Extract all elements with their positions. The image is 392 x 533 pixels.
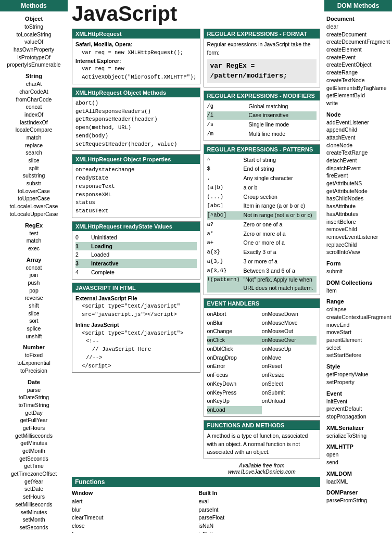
functions-header: Functions: [72, 477, 320, 487]
method-open: open(method, URL): [75, 124, 197, 132]
xhr-props-body: onreadystatechange readyState responseTe…: [72, 164, 200, 218]
string-section: String charAtcharCodeAtfromCharCodeconca…: [0, 73, 68, 218]
regex-patterns-card: REGULAR EXPRESSIONS - PATTERNS ^Start of…: [204, 144, 320, 295]
builtin-title: Built In: [199, 489, 321, 498]
functions-methods-header: FUNCTIONS AND METHODS: [204, 421, 320, 430]
ie-label: Internet Explorer:: [75, 58, 121, 64]
event-handlers-card: EVENT HANDLERS onAbortonMouseDown onBlur…: [204, 298, 320, 417]
footer-line1: Available free from: [204, 462, 320, 468]
xhr-props-card: XMLHttpRequest Object Properties onready…: [72, 154, 200, 218]
pat-a3c: a{3,}: [207, 258, 244, 266]
regex-title: RegEx: [0, 222, 68, 229]
prop-statustext: statusText: [75, 207, 197, 215]
array-section: Array concatjoinpushpopreverseshiftslice…: [0, 257, 68, 340]
form-title: Form: [324, 260, 392, 266]
ev-onKeyDown: onKeyDown: [207, 380, 262, 388]
rs-label-0: Uninitiated: [91, 233, 197, 242]
functions-body: Window alertblurclearTimeoutclosefocusop…: [72, 489, 320, 533]
rs-label-4: Complete: [91, 268, 197, 277]
range-section: Range collapsecreateContextualFragmentmo…: [324, 298, 392, 359]
form-section: Form submit: [324, 260, 392, 275]
ev-empty: [262, 406, 317, 414]
pat-dot: .: [207, 174, 244, 183]
safari-code: var req = new XMLHttpRequest();: [75, 49, 197, 57]
rs-val-1: 1: [75, 242, 91, 251]
ev-onSubmit: onSubmit: [262, 389, 317, 397]
ev-onKeyUp: onKeyUp: [207, 397, 262, 405]
pat-aplus-desc: One or more of a: [244, 239, 317, 247]
ev-onKeyPress: onKeyPress: [207, 389, 262, 397]
xhr-body: Safari, Mozilla, Opera: var req = new XM…: [72, 39, 200, 84]
node-title: Node: [324, 111, 392, 118]
pat-range-desc: Item in range (a or b or c): [244, 202, 317, 210]
pat-a3: a{3}: [207, 248, 244, 257]
regex-patterns-body: ^Start of string $End of string .Any sin…: [204, 154, 320, 295]
dom-collections-title: DOM Collections: [324, 280, 392, 286]
patterns-table: ^Start of string $End of string .Any sin…: [207, 156, 317, 293]
ev-onAbort: onAbort: [207, 310, 262, 319]
mod-i: /i: [207, 111, 249, 120]
pat-a36: a{3,6}: [207, 267, 244, 275]
document-section: Document clearcreateDocumentcreateDocume…: [324, 16, 392, 107]
ev-onLoad: onLoad: [207, 406, 262, 414]
ev-onResize: onResize: [262, 371, 317, 379]
xmlserializer-title: XMLSerializer: [324, 425, 392, 431]
ev-onMouseOver: onMouseOver: [262, 336, 317, 345]
prop-status: status: [75, 199, 197, 207]
window-title: Window: [72, 489, 194, 498]
pat-aplus: a+: [207, 239, 244, 247]
pat-group: (...): [207, 193, 244, 201]
ev-onBlur: onBlur: [207, 319, 262, 327]
rs-label-2: Loaded: [91, 250, 197, 259]
mod-g-desc: Global matching: [249, 103, 317, 111]
ev-onClick: onClick: [207, 336, 262, 345]
array-title: Array: [0, 257, 68, 263]
pat-caret-desc: Start of string: [244, 156, 317, 164]
pat-dot-desc: Any single character: [244, 174, 317, 183]
regex-modifiers-card: REGULAR EXPRESSIONS - MODIFIERS /gGlobal…: [204, 91, 320, 141]
object-title: Object: [0, 16, 68, 22]
readystate-row-4: 4 Complete: [75, 268, 197, 277]
regex-patterns-header: REGULAR EXPRESSIONS - PATTERNS: [204, 145, 320, 154]
js-html-header: JAVASCRIPT IN HTML: [72, 283, 200, 293]
style-title: Style: [324, 363, 392, 370]
ev-onMouseOut: onMouseOut: [262, 327, 317, 336]
xmlhttp-title: XMLHTTP: [324, 443, 392, 450]
page-title: JavaScript: [72, 2, 320, 26]
builtin-col: Built In evalparseIntparseFloatisNaNisFi…: [199, 489, 321, 533]
window-col: Window alertblurclearTimeoutclosefocusop…: [72, 489, 194, 533]
xmldom-section: XMLDOM loadXML: [324, 471, 392, 486]
right-sidebar: DOM Methods Document clearcreateDocument…: [324, 0, 392, 533]
xmlhttp-section: XMLHTTP opensend: [324, 443, 392, 466]
ev-onDblClick: onDblClick: [207, 345, 262, 353]
date-title: Date: [0, 379, 68, 385]
document-items: clearcreateDocumentcreateDocumentFragmen…: [324, 23, 392, 107]
external-label: External JavaScript File: [75, 295, 197, 303]
pat-aorb-desc: a or b: [244, 184, 317, 192]
regex-format-body: Regular expressions in JavaScript take t…: [204, 39, 320, 87]
methods-header: Methods: [0, 0, 68, 11]
prop-responsetext: responseText: [75, 183, 197, 191]
xhr-readystate-body: 0 Uninitiated 1 Loading 2 Loaded: [72, 231, 200, 279]
pat-a3c-desc: 3 or more of a: [244, 258, 317, 266]
inline-code4: //-->: [75, 354, 197, 362]
external-code2: src="javascript.js"></script>: [75, 311, 197, 319]
number-items: toFixedtoExponentialtoPrecision: [0, 351, 68, 374]
js-html-body: External JavaScript File <script type="t…: [72, 293, 200, 373]
ev-onReset: onReset: [262, 362, 317, 371]
style-section: Style getPropertyValuesetProperty: [324, 363, 392, 386]
pat-dollar: $: [207, 165, 244, 173]
pat-notrange: [^abc]: [207, 211, 244, 220]
form-items: submit: [324, 268, 392, 275]
regex-format-header: REGULAR EXPRESSIONS - FORMAT: [204, 29, 320, 39]
object-section: Object toStringtoLocaleStringvalueOfhasO…: [0, 16, 68, 69]
number-section: Number toFixedtoExponentialtoPrecision: [0, 344, 68, 374]
rs-val-0: 0: [75, 233, 91, 242]
prop-readystate: readyState: [75, 174, 197, 183]
ie-code1: var req = new: [75, 65, 197, 73]
pat-astar: a*: [207, 230, 244, 238]
object-items: toStringtoLocaleStringvalueOfhasOwnPrope…: [0, 23, 68, 69]
mod-s-desc: Single line mode: [249, 121, 317, 129]
inline-code2: <!--: [75, 337, 197, 346]
xhr-methods-body: abort() getAllResponseHeaders() getRespo…: [72, 97, 200, 151]
